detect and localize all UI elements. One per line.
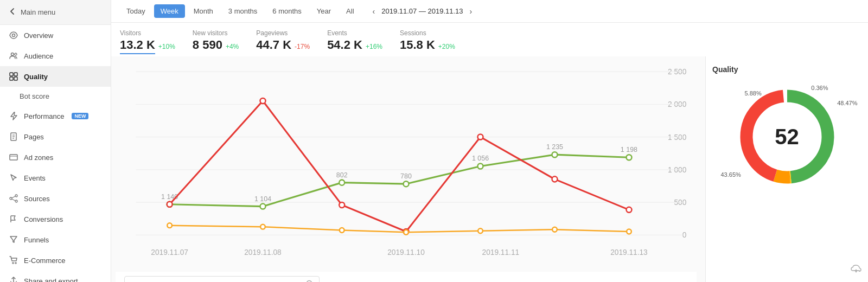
sidebar-item-label: Funnels — [24, 236, 49, 244]
svg-text:780: 780 — [400, 172, 412, 180]
donut-chart: 52 48.47% 0.36% 5.88% 43.65% — [733, 82, 841, 191]
cloud-download-icon[interactable] — [851, 264, 861, 275]
svg-point-13 — [15, 195, 17, 197]
svg-text:1 104: 1 104 — [254, 195, 271, 202]
svg-point-57 — [552, 176, 557, 182]
stat-new-visitors-change: +4% — [226, 43, 239, 50]
sidebar-item-performance[interactable]: Performance NEW — [0, 106, 111, 126]
sidebar-item-share-export[interactable]: Share and export — [0, 271, 111, 282]
svg-rect-4 — [14, 73, 17, 76]
line-chart: 2 500 2 000 1 500 1 000 500 0 2019.11.07 — [116, 61, 697, 272]
stat-visitors-change: +10% — [158, 43, 175, 50]
svg-point-58 — [626, 207, 631, 213]
svg-point-64 — [552, 227, 557, 232]
svg-rect-3 — [10, 73, 13, 76]
stats-row: Visitors 13.2 K +10% New visitors 8 590 … — [111, 23, 868, 56]
svg-text:2019.11.13: 2019.11.13 — [610, 248, 648, 257]
users-icon — [9, 51, 18, 61]
svg-point-62 — [404, 230, 409, 235]
sidebar-item-bot-score[interactable]: Bot score — [0, 87, 111, 106]
svg-text:1 198: 1 198 — [621, 146, 637, 153]
svg-point-56 — [478, 134, 483, 140]
sidebar-item-label: Events — [24, 174, 46, 182]
stat-new-visitors-label: New visitors — [193, 29, 239, 37]
stat-pageviews[interactable]: Pageviews 44.7 K -17% — [256, 29, 310, 54]
main-menu-item[interactable]: Main menu — [0, 0, 111, 25]
cart-icon — [9, 255, 18, 265]
svg-text:1 235: 1 235 — [546, 143, 563, 151]
svg-point-46 — [260, 204, 266, 209]
svg-point-15 — [15, 200, 17, 202]
grid-icon — [9, 72, 18, 81]
sidebar-item-quality[interactable]: Quality — [0, 66, 111, 87]
sidebar: Main menu Overview Audience Quality Bot … — [0, 0, 111, 282]
sidebar-item-conversions[interactable]: Conversions — [0, 209, 111, 229]
stat-sessions[interactable]: Sessions 15.8 K +20% — [400, 29, 455, 54]
sidebar-item-label: Performance — [24, 112, 64, 120]
svg-text:2019.11.11: 2019.11.11 — [482, 248, 520, 257]
sidebar-item-audience[interactable]: Audience — [0, 46, 111, 66]
search-icon — [306, 280, 314, 282]
sidebar-item-sources[interactable]: Sources — [0, 188, 111, 209]
sidebar-item-label: Conversions — [24, 215, 63, 223]
sidebar-item-pages[interactable]: Pages — [0, 126, 111, 147]
topbar: Today Week Month 3 months 6 months Year … — [111, 0, 868, 23]
content-area: 2 500 2 000 1 500 1 000 500 0 2019.11.07 — [111, 56, 868, 282]
flag-icon — [9, 214, 18, 224]
donut-legend-588: 5.88% — [745, 90, 762, 97]
svg-point-59 — [167, 223, 172, 228]
svg-point-18 — [12, 262, 14, 264]
svg-point-19 — [15, 262, 16, 264]
stat-sessions-label: Sessions — [400, 29, 455, 37]
sidebar-item-events[interactable]: Events — [0, 168, 111, 188]
funnel-icon — [9, 235, 18, 245]
svg-point-65 — [627, 229, 631, 234]
stat-events-change: +16% — [366, 43, 382, 50]
tab-month[interactable]: Month — [187, 4, 220, 18]
stat-events-value: 54.2 K — [327, 38, 362, 52]
sidebar-item-label: Quality — [24, 73, 48, 81]
svg-point-1 — [11, 53, 14, 56]
sidebar-item-label: Pages — [24, 133, 44, 141]
sidebar-item-ecommerce[interactable]: E-Commerce — [0, 250, 111, 271]
sidebar-item-label: Audience — [24, 52, 53, 60]
stat-events-label: Events — [327, 29, 382, 37]
sidebar-item-label: Overview — [24, 31, 53, 40]
tab-all[interactable]: All — [340, 4, 360, 18]
svg-text:2019.11.07: 2019.11.07 — [151, 248, 188, 257]
sidebar-item-overview[interactable]: Overview — [0, 25, 111, 46]
search-bar — [116, 272, 697, 282]
svg-point-47 — [339, 180, 344, 185]
chevron-left-icon — [9, 8, 16, 17]
tab-6months[interactable]: 6 months — [266, 4, 308, 18]
stat-new-visitors-value: 8 590 — [193, 38, 222, 52]
tab-week[interactable]: Week — [154, 4, 185, 18]
donut-legend-48: 48.47% — [837, 100, 857, 106]
stat-visitors[interactable]: Visitors 13.2 K +10% — [120, 29, 175, 54]
tab-year[interactable]: Year — [310, 4, 337, 18]
date-prev-button[interactable]: ‹ — [369, 6, 379, 17]
stat-sessions-value: 15.8 K — [400, 38, 435, 52]
svg-point-2 — [15, 53, 17, 55]
donut-title: Quality — [712, 65, 738, 74]
svg-rect-5 — [10, 77, 13, 80]
stat-events[interactable]: Events 54.2 K +16% — [327, 29, 382, 54]
eye-icon — [9, 30, 18, 40]
date-range-label: 2019.11.07 — 2019.11.13 — [381, 7, 463, 15]
main-content: Today Week Month 3 months 6 months Year … — [111, 0, 868, 282]
chart-svg-wrap: 2 500 2 000 1 500 1 000 500 0 2019.11.07 — [116, 61, 697, 272]
donut-center-value: 52 — [775, 125, 799, 149]
tab-3months[interactable]: 3 months — [222, 4, 264, 18]
stat-new-visitors[interactable]: New visitors 8 590 +4% — [193, 29, 239, 54]
sidebar-item-funnels[interactable]: Funnels — [0, 229, 111, 250]
sidebar-item-label: Bot score — [20, 92, 49, 100]
tab-today[interactable]: Today — [120, 4, 152, 18]
ad-icon — [9, 152, 18, 162]
doc-icon — [9, 132, 18, 142]
stat-pageviews-value: 44.7 K — [256, 38, 291, 52]
stat-pageviews-label: Pageviews — [256, 29, 310, 37]
sidebar-item-label: Ad zones — [24, 153, 53, 162]
sidebar-item-ad-zones[interactable]: Ad zones — [0, 147, 111, 168]
date-next-button[interactable]: › — [467, 6, 476, 17]
svg-point-14 — [10, 197, 12, 200]
